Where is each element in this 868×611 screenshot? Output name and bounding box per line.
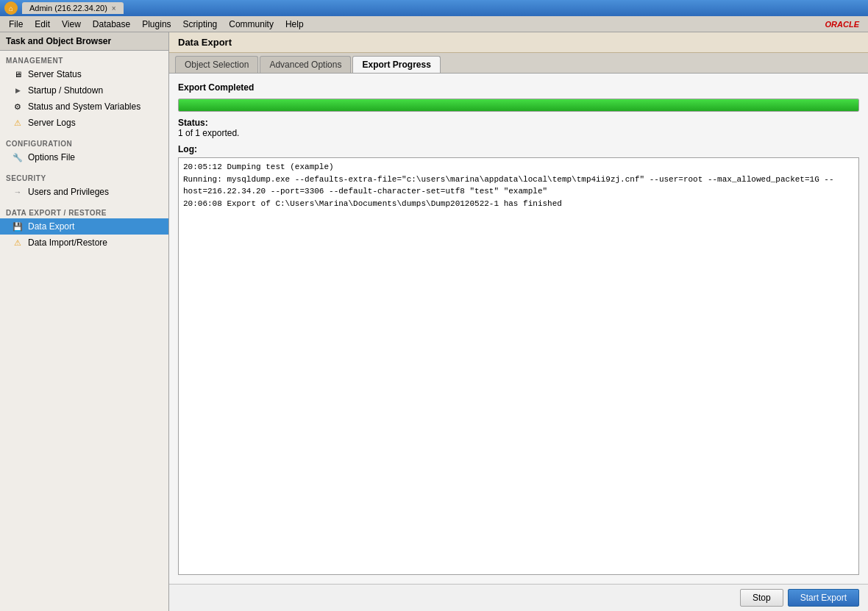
sidebar: Task and Object Browser MANAGEMENT Serve… — [0, 32, 169, 611]
sidebar-item-label-options-file: Options File — [28, 152, 75, 162]
status-variables-icon — [12, 101, 24, 112]
sidebar-item-label-server-status: Server Status — [28, 69, 82, 79]
menu-edit[interactable]: Edit — [29, 18, 56, 31]
sidebar-item-label-data-export: Data Export — [28, 221, 74, 232]
sidebar-item-label-startup-shutdown: Startup / Shutdown — [28, 85, 103, 96]
title-bar-tab[interactable]: Admin (216.22.34.20) × — [22, 2, 124, 14]
sidebar-section-management: MANAGEMENT Server Status Startup / Shutd… — [0, 51, 168, 134]
sidebar-item-startup-shutdown[interactable]: Startup / Shutdown — [0, 82, 168, 99]
sidebar-item-server-status[interactable]: Server Status — [0, 66, 168, 82]
startup-shutdown-icon — [12, 85, 24, 96]
sidebar-section-title-management: MANAGEMENT — [0, 54, 168, 66]
sidebar-header: Task and Object Browser — [0, 32, 168, 51]
status-section: Status: 1 of 1 exported. — [178, 118, 859, 138]
sidebar-section-security: SECURITY Users and Privileges — [0, 168, 168, 203]
menu-scripting[interactable]: Scripting — [177, 18, 224, 31]
main-layout: Task and Object Browser MANAGEMENT Serve… — [0, 32, 868, 611]
data-import-icon — [12, 237, 24, 249]
sidebar-item-status-variables[interactable]: Status and System Variables — [0, 99, 168, 115]
home-icon[interactable]: ⌂ — [4, 1, 18, 15]
title-bar: ⌂ Admin (216.22.34.20) × — [0, 0, 868, 16]
progress-bar-fill — [179, 99, 858, 111]
sidebar-item-label-status-variables: Status and System Variables — [28, 101, 140, 112]
log-line-2: Running: mysqldump.exe --defaults-extra-… — [183, 174, 854, 198]
log-line-1: 20:05:12 Dumping test (example) — [183, 161, 854, 174]
menu-bar: File Edit View Database Plugins Scriptin… — [0, 16, 868, 32]
stop-button[interactable]: Stop — [740, 589, 783, 607]
menu-community[interactable]: Community — [223, 18, 280, 31]
tab-object-selection[interactable]: Object Selection — [175, 56, 258, 73]
sidebar-item-data-export[interactable]: Data Export — [0, 218, 168, 235]
users-privileges-icon — [12, 186, 24, 198]
sidebar-item-label-data-import: Data Import/Restore — [28, 237, 107, 248]
start-export-button[interactable]: Start Export — [788, 589, 859, 607]
tab-export-progress[interactable]: Export Progress — [352, 56, 440, 73]
server-logs-icon — [12, 117, 24, 129]
tab-close-button[interactable]: × — [112, 4, 116, 12]
status-value: 1 of 1 exported. — [178, 128, 239, 138]
sidebar-section-configuration: CONFIGURATION Options File — [0, 134, 168, 168]
options-file-icon — [12, 151, 24, 163]
menu-file[interactable]: File — [3, 18, 29, 31]
tab-title: Admin (216.22.34.20) — [29, 4, 107, 12]
sidebar-section-title-data-export-restore: DATA EXPORT / RESTORE — [0, 206, 168, 218]
sidebar-section-title-configuration: CONFIGURATION — [0, 137, 168, 149]
oracle-logo: ORACLE — [825, 20, 865, 29]
menu-help[interactable]: Help — [280, 18, 310, 31]
export-progress-content: Export Completed Status: 1 of 1 exported… — [169, 74, 868, 584]
data-export-icon — [12, 221, 24, 232]
tab-advanced-options[interactable]: Advanced Options — [260, 56, 351, 73]
content-header: Data Export — [169, 32, 868, 53]
menu-view[interactable]: View — [56, 18, 87, 31]
content-area: Data Export Object Selection Advanced Op… — [169, 32, 868, 611]
menu-plugins[interactable]: Plugins — [136, 18, 177, 31]
bottom-bar: Stop Start Export — [169, 584, 868, 611]
sidebar-item-users-privileges[interactable]: Users and Privileges — [0, 184, 168, 200]
progress-bar-container — [178, 99, 859, 112]
tabs-bar: Object Selection Advanced Options Export… — [169, 53, 868, 74]
sidebar-item-data-import[interactable]: Data Import/Restore — [0, 235, 168, 251]
log-box[interactable]: 20:05:12 Dumping test (example) Running:… — [178, 157, 859, 575]
sidebar-item-label-users-privileges: Users and Privileges — [28, 187, 109, 197]
log-label: Log: — [178, 144, 859, 154]
log-line-3: 20:06:08 Export of C:\Users\Marina\Docum… — [183, 198, 854, 210]
server-status-icon — [12, 68, 24, 80]
export-completed-label: Export Completed — [178, 82, 859, 93]
status-label: Status: — [178, 118, 208, 128]
sidebar-section-data-export-restore: DATA EXPORT / RESTORE Data Export Data I… — [0, 203, 168, 254]
sidebar-item-options-file[interactable]: Options File — [0, 149, 168, 165]
sidebar-item-server-logs[interactable]: Server Logs — [0, 115, 168, 131]
sidebar-item-label-server-logs: Server Logs — [28, 118, 76, 128]
menu-database[interactable]: Database — [87, 18, 136, 31]
sidebar-section-title-security: SECURITY — [0, 171, 168, 184]
